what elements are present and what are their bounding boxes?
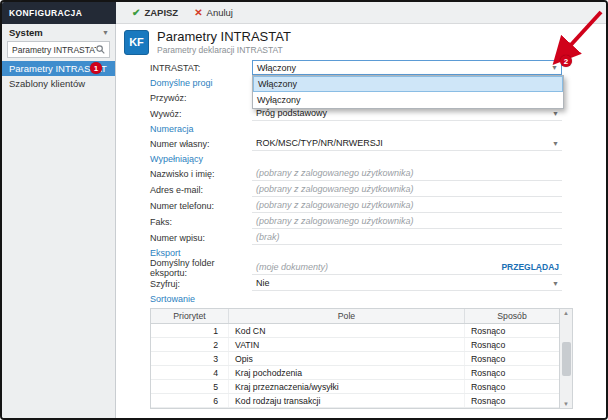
check-icon: ✔	[132, 7, 140, 18]
sidebar-section-label: System	[9, 27, 43, 38]
cell-field: Kod CN	[229, 324, 465, 337]
sort-table: Priorytet Pole Sposób 1 Kod CN Rosnąco 2…	[150, 308, 573, 409]
email-label: Adres e-mail:	[150, 185, 252, 195]
wywoz-label: Wywóz:	[150, 109, 252, 119]
faks-field[interactable]: (pobrany z zalogowanego użytkownika)	[252, 215, 562, 229]
cell-priority: 3	[151, 352, 229, 365]
column-header-pole[interactable]: Pole	[229, 309, 465, 323]
annotation-badge-1: 1	[90, 62, 102, 74]
scroll-up-icon[interactable]: ▲	[563, 310, 569, 316]
form-row-numer-wlasny: Numer własny: ROK/MSC/TYP/NR/NRWERSJI ▼	[150, 136, 606, 151]
cell-field: Kod rodzaju transakcji	[229, 394, 465, 407]
table-row[interactable]: 1 Kod CN Rosnąco	[151, 324, 559, 338]
section-wypelniajacy: Wypełniający	[150, 152, 606, 166]
intrastat-dropdown-popup: Włączony Wyłączony	[252, 75, 564, 109]
section-sortowanie: Sortowanie	[150, 292, 606, 306]
intrastat-value: Włączony	[257, 63, 296, 73]
nazwisko-label: Nazwisko i imię:	[150, 169, 252, 179]
form-row-telefon: Numer telefonu: (pobrany z zalogowanego …	[150, 198, 606, 213]
cell-priority: 1	[151, 324, 229, 337]
faks-label: Faks:	[150, 217, 252, 227]
folder-value: (moje dokumenty)	[256, 262, 328, 272]
table-row[interactable]: 4 Kraj pochodzenia Rosnąco	[151, 366, 559, 380]
sidebar-search	[7, 41, 110, 58]
sidebar-section-selector[interactable]: System ▼	[2, 24, 115, 41]
scrollbar-thumb[interactable]	[562, 342, 571, 376]
table-row[interactable]: 3 Opis Rosnąco	[151, 352, 559, 366]
folder-field[interactable]: (moje dokumenty) PRZEGLĄDAJ	[252, 261, 562, 275]
page-header: KF Parametry INTRASTAT Parametry deklara…	[116, 24, 606, 60]
sidebar-header: KONFIGURACJA	[2, 2, 116, 24]
cell-field: VATIN	[229, 338, 465, 351]
cell-order: Rosnąco	[465, 338, 559, 351]
szyfruj-value: Nie	[256, 278, 270, 288]
szyfruj-select[interactable]: Nie ▼	[252, 277, 562, 291]
sidebar-item-label: Szablony klientów	[9, 78, 85, 89]
cell-order: Rosnąco	[465, 324, 559, 337]
cell-field: Kraj pochodzenia	[229, 366, 465, 379]
telefon-field[interactable]: (pobrany z zalogowanego użytkownika)	[252, 199, 562, 213]
table-row[interactable]: 2 VATIN Rosnąco	[151, 338, 559, 352]
folder-label: Domyślny folder eksportu:	[150, 258, 252, 278]
numer-wpisu-label: Numer wpisu:	[150, 233, 252, 243]
column-header-priorytet[interactable]: Priorytet	[151, 309, 229, 323]
wywoz-value: Próg podstawowy	[256, 108, 327, 118]
chevron-down-icon: ▼	[552, 280, 559, 287]
chevron-down-icon: ▼	[552, 140, 559, 147]
settings-form: INTRASTAT: Włączony ▼ Domyślne progi Prz…	[116, 60, 606, 409]
nazwisko-field[interactable]: (pobrany z zalogowanego użytkownika)	[252, 167, 562, 181]
przegladaj-link[interactable]: PRZEGLĄDAJ	[501, 262, 559, 272]
cell-order: Rosnąco	[465, 380, 559, 393]
column-header-sposob[interactable]: Sposób	[465, 309, 559, 323]
table-row[interactable]: 5 Kraj przeznaczenia/wysyłki Rosnąco	[151, 380, 559, 394]
faks-placeholder: (pobrany z zalogowanego użytkownika)	[256, 216, 414, 226]
cell-order: Rosnąco	[465, 394, 559, 407]
numer-wlasny-value: ROK/MSC/TYP/NR/NRWERSJI	[256, 138, 383, 148]
numer-wlasny-select[interactable]: ROK/MSC/TYP/NR/NRWERSJI ▼	[252, 137, 562, 151]
cell-field: Opis	[229, 352, 465, 365]
table-scrollbar[interactable]: ▲ ▼	[559, 309, 572, 408]
intrastat-label: INTRASTAT:	[150, 63, 252, 73]
close-icon: ✕	[194, 7, 202, 18]
form-row-intrastat: INTRASTAT: Włączony ▼	[150, 60, 606, 75]
dropdown-option-wylaczony[interactable]: Wyłączony	[253, 92, 563, 108]
page-header-text: Parametry INTRASTAT Parametry deklaracji…	[157, 29, 291, 55]
form-row-nazwisko: Nazwisko i imię: (pobrany z zalogowanego…	[150, 166, 606, 181]
szyfruj-label: Szyfruj:	[150, 279, 252, 289]
cell-order: Rosnąco	[465, 366, 559, 379]
table-header-row: Priorytet Pole Sposób	[151, 309, 559, 324]
app-window: KONFIGURACJA ✔ ZAPISZ ✕ Anuluj System ▼ …	[0, 0, 608, 420]
cancel-button[interactable]: ✕ Anuluj	[194, 7, 233, 18]
chevron-down-icon: ▼	[102, 29, 109, 36]
section-numeracja: Numeracja	[150, 122, 606, 136]
search-icon	[96, 45, 105, 54]
table-row[interactable]: 6 Kod rodzaju transakcji Rosnąco	[151, 394, 559, 408]
telefon-label: Numer telefonu:	[150, 201, 252, 211]
cell-priority: 5	[151, 380, 229, 393]
dropdown-option-wlaczony[interactable]: Włączony	[253, 76, 563, 92]
chevron-down-icon: ▼	[552, 110, 559, 117]
cell-order: Rosnąco	[465, 352, 559, 365]
intrastat-select[interactable]: Włączony ▼	[252, 60, 562, 75]
numer-wpisu-value: (brak)	[256, 232, 280, 242]
toolbar: ✔ ZAPISZ ✕ Anuluj	[116, 2, 606, 24]
sidebar: System ▼ Parametry INTRASTAT Szablony kl…	[2, 24, 116, 418]
nazwisko-placeholder: (pobrany z zalogowanego użytkownika)	[256, 168, 414, 178]
cell-priority: 6	[151, 394, 229, 407]
form-row-folder: Domyślny folder eksportu: (moje dokument…	[150, 260, 606, 275]
email-field[interactable]: (pobrany z zalogowanego użytkownika)	[252, 183, 562, 197]
page-title: Parametry INTRASTAT	[157, 29, 291, 44]
przywoz-label: Przywóz:	[150, 93, 252, 103]
page-subtitle: Parametry deklaracji INTRASTAT	[157, 45, 291, 55]
numer-wpisu-field[interactable]: (brak)	[252, 231, 562, 245]
cell-priority: 4	[151, 366, 229, 379]
sidebar-header-label: KONFIGURACJA	[9, 8, 82, 18]
email-placeholder: (pobrany z zalogowanego użytkownika)	[256, 184, 414, 194]
sidebar-item-szablony-klientow[interactable]: Szablony klientów	[2, 76, 115, 91]
scroll-down-icon[interactable]: ▼	[563, 401, 569, 407]
numer-wlasny-label: Numer własny:	[150, 139, 252, 149]
save-button[interactable]: ✔ ZAPISZ	[132, 7, 178, 18]
annotation-arrow	[544, 7, 606, 69]
form-row-numer-wpisu: Numer wpisu: (brak)	[150, 230, 606, 245]
search-input[interactable]	[12, 45, 96, 55]
